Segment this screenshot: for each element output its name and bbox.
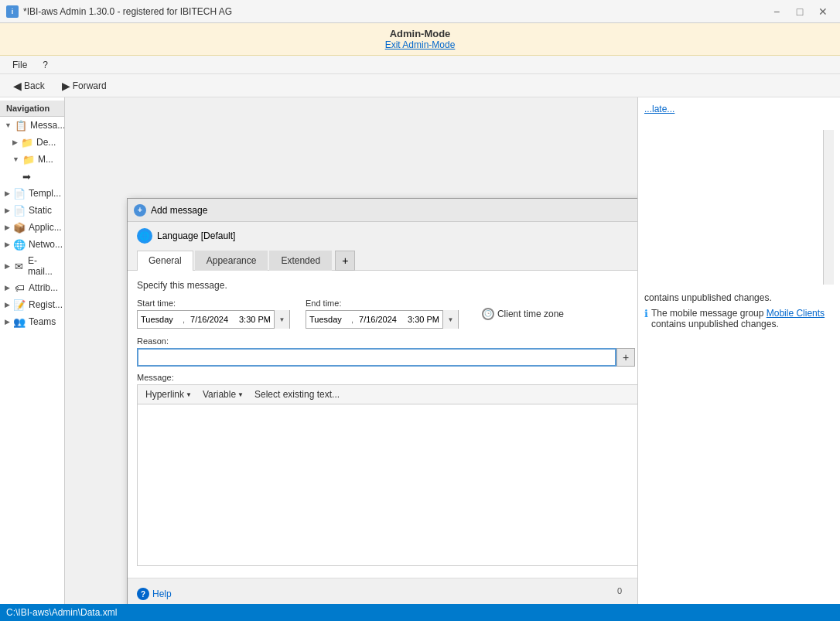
sidebar-item-static[interactable]: ▶ 📄 Static [0, 202, 64, 219]
hyperlink-dropdown-icon: ▼ [186, 391, 192, 398]
mobile-clients-link[interactable]: Mobile Clients [767, 308, 825, 319]
back-icon: ◀ [13, 80, 22, 92]
email-icon: ✉ [13, 260, 25, 272]
forward-button[interactable]: ▶ Forward [55, 77, 114, 95]
client-timezone[interactable]: 🕒 Client time zone [482, 308, 564, 320]
message-label: Message: [137, 373, 637, 382]
title-bar-left: i *IBI-aws Admin 1.30.0 - registered for… [6, 5, 232, 18]
app-title: *IBI-aws Admin 1.30.0 - registered for I… [23, 6, 232, 17]
network-icon: 🌐 [13, 238, 26, 251]
globe-icon: 🌐 [137, 228, 152, 244]
static-icon: 📄 [13, 204, 26, 217]
reason-row: Reason: + Content type: (Default) ▼ [137, 336, 637, 367]
tab-extended-label: Extended [281, 255, 320, 266]
notif-text-2: The mobile message group Mobile Clients … [651, 308, 834, 329]
messages-icon: 📋 [15, 119, 27, 131]
expand-icon-teams: ▶ [5, 318, 10, 326]
start-time-group: Start time: Tuesday , 7/16/2024 3:30 PM … [137, 299, 290, 329]
menu-file[interactable]: File [6, 58, 33, 72]
tab-extended[interactable]: Extended [269, 251, 332, 271]
message-toolbar: Hyperlink ▼ Variable ▼ Select existing t… [137, 384, 637, 404]
start-time-dropdown[interactable]: ▼ [274, 310, 289, 329]
hyperlink-button[interactable]: Hyperlink ▼ [142, 388, 195, 401]
modal-title: Add message [151, 205, 207, 216]
app-icon: i [6, 5, 19, 18]
sidebar-item-regist[interactable]: ▶ 📝 Regist... [0, 296, 64, 313]
de-icon: 📁 [21, 136, 33, 148]
end-time-dropdown[interactable]: ▼ [442, 310, 458, 329]
expand-icon-templ: ▶ [5, 189, 10, 197]
network-label: Netwo... [29, 239, 63, 250]
modal-titlebar-left: + Add message [134, 204, 207, 217]
forward-icon: ▶ [62, 80, 70, 92]
expand-icon-email: ▶ [5, 262, 10, 270]
m-label: M... [38, 154, 53, 165]
message-editor[interactable] [137, 404, 637, 566]
maximize-button[interactable]: □ [789, 3, 811, 20]
minimize-button[interactable]: − [766, 3, 787, 20]
applic-label: Applic... [29, 222, 62, 233]
end-time-input[interactable]: Tuesday , 7/16/2024 3:30 PM ▼ [306, 310, 459, 329]
sidebar-item-applic[interactable]: ▶ 📦 Applic... [0, 219, 64, 236]
reason-add-button[interactable]: + [616, 348, 635, 367]
start-time-input[interactable]: Tuesday , 7/16/2024 3:30 PM ▼ [137, 310, 290, 329]
regist-icon: 📝 [13, 299, 26, 311]
sidebar-item-templates[interactable]: ▶ 📄 Templ... [0, 185, 64, 202]
sidebar-item-messages[interactable]: ▼ 📋 Messa... [0, 117, 64, 134]
time-row: Start time: Tuesday , 7/16/2024 3:30 PM … [137, 299, 637, 329]
expand-icon-applic: ▶ [5, 223, 10, 231]
menu-help[interactable]: ? [36, 58, 54, 72]
end-time[interactable]: 3:30 PM [405, 313, 442, 326]
applic-icon: 📦 [13, 221, 26, 234]
clock-icon: 🕒 [482, 308, 494, 320]
sidebar-item-arrow[interactable]: ➡ [0, 168, 64, 185]
help-link[interactable]: ? Help [137, 588, 172, 600]
help-icon: ? [137, 588, 149, 600]
sidebar-item-email[interactable]: ▶ ✉ E-mail... [0, 253, 64, 279]
tab-general[interactable]: General [137, 251, 193, 271]
notification-2: ℹ The mobile message group Mobile Client… [644, 308, 834, 329]
navigation-header: Navigation [0, 101, 64, 117]
close-button[interactable]: ✕ [812, 3, 834, 20]
expand-icon-regist: ▶ [5, 301, 10, 309]
title-bar: i *IBI-aws Admin 1.30.0 - registered for… [0, 0, 840, 23]
notif-text-1: contains unpublished changes. [644, 292, 772, 303]
end-date[interactable]: 7/16/2024 [356, 313, 400, 326]
right-scrollbar[interactable] [823, 130, 834, 285]
specify-message-text: Specify this message. [137, 280, 637, 291]
sidebar-item-de[interactable]: ▶ 📁 De... [0, 134, 64, 151]
sidebar-item-network[interactable]: ▶ 🌐 Netwo... [0, 236, 64, 253]
sidebar-item-attrib[interactable]: ▶ 🏷 Attrib... [0, 279, 64, 296]
start-date[interactable]: 7/16/2024 [187, 313, 231, 326]
variable-button[interactable]: Variable ▼ [200, 388, 247, 401]
template-link[interactable]: ...late... [644, 104, 674, 114]
end-time-group: End time: Tuesday , 7/16/2024 3:30 PM ▼ [306, 299, 459, 329]
title-bar-controls: − □ ✕ [766, 3, 834, 20]
sidebar-item-teams[interactable]: ▶ 👥 Teams [0, 313, 64, 330]
start-time-label: Start time: [137, 299, 290, 308]
reason-label: Reason: [137, 336, 635, 346]
start-day[interactable]: Tuesday [138, 313, 180, 326]
end-day[interactable]: Tuesday [306, 313, 349, 326]
tab-add-button[interactable]: + [335, 251, 355, 271]
static-label: Static [29, 205, 52, 216]
end-sep1: , [349, 315, 356, 324]
expand-icon-static: ▶ [5, 206, 10, 214]
regist-label: Regist... [29, 299, 63, 310]
attrib-label: Attrib... [29, 282, 58, 293]
attrib-icon: 🏷 [13, 281, 26, 294]
message-section: Message: Hyperlink ▼ Variable ▼ Select e… [137, 373, 637, 568]
tab-appearance-label: Appearance [207, 255, 257, 266]
reason-input[interactable] [137, 348, 616, 367]
forward-label: Forward [73, 80, 107, 91]
notif-icon-2: ℹ [644, 308, 648, 319]
hyperlink-label: Hyperlink [145, 389, 184, 400]
modal-titlebar: + Add message − □ ✕ [128, 199, 637, 222]
start-time[interactable]: 3:30 PM [236, 313, 274, 326]
select-existing-button[interactable]: Select existing text... [251, 388, 343, 401]
exit-admin-mode-link[interactable]: Exit Admin-Mode [5, 39, 835, 50]
back-button[interactable]: ◀ Back [6, 77, 52, 95]
tab-appearance[interactable]: Appearance [195, 251, 268, 271]
sidebar-item-m[interactable]: ▼ 📁 M... [0, 151, 64, 168]
arrow-icon: ➡ [20, 170, 32, 183]
